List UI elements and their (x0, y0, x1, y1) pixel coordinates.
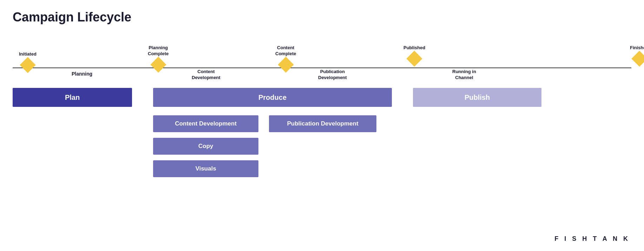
diamond-published (406, 51, 422, 66)
sub-bar-visuals[interactable]: Visuals (153, 160, 258, 177)
milestone-label-content-complete: Content Complete (275, 45, 296, 57)
milestone-label-planning-complete: Planning Complete (148, 45, 169, 57)
diamond-planning-complete (150, 57, 166, 72)
fishtank-logo: F I S H T A N K (554, 235, 630, 243)
phase-label-content-development: ContentDevelopment (192, 69, 221, 81)
diamond-content-complete (278, 57, 294, 72)
phase-label-running-in-channel: Running inChannel (452, 69, 476, 81)
milestone-initiated: Initiated (19, 51, 37, 71)
sub-bars-row-1: Content Development Publication Developm… (13, 115, 631, 132)
milestone-label-published: Published (403, 45, 425, 51)
page-title: Campaign Lifecycle (13, 10, 631, 25)
diamond-initiated (20, 57, 35, 73)
milestone-label-initiated: Initiated (19, 51, 37, 57)
diamond-finished (631, 51, 644, 66)
phase-label-planning: Planning (72, 71, 92, 77)
milestone-content-complete: Content Complete (275, 45, 296, 70)
milestone-planning-complete: Planning Complete (148, 45, 169, 70)
sub-bar-copy[interactable]: Copy (153, 138, 258, 155)
bar-publish[interactable]: Publish (413, 88, 541, 107)
timeline-line (13, 67, 631, 68)
phase-bars-row: Plan Produce Publish (13, 88, 631, 107)
milestone-label-finished: Finished (630, 45, 644, 51)
sub-bar-content-development[interactable]: Content Development (153, 115, 258, 132)
sub-bar-publication-development[interactable]: Publication Development (269, 115, 376, 132)
phase-label-publication-development: PublicationDevelopment (318, 69, 347, 81)
page-container: Campaign Lifecycle Initiated Planning Co… (0, 0, 644, 251)
timeline-section: Initiated Planning Complete Content Comp… (13, 35, 631, 81)
bars-section: Plan Produce Publish Content Development… (13, 88, 631, 177)
bar-plan[interactable]: Plan (13, 88, 132, 107)
milestone-published: Published (403, 45, 425, 64)
bar-produce[interactable]: Produce (153, 88, 392, 107)
milestone-finished: Finished (630, 45, 644, 64)
